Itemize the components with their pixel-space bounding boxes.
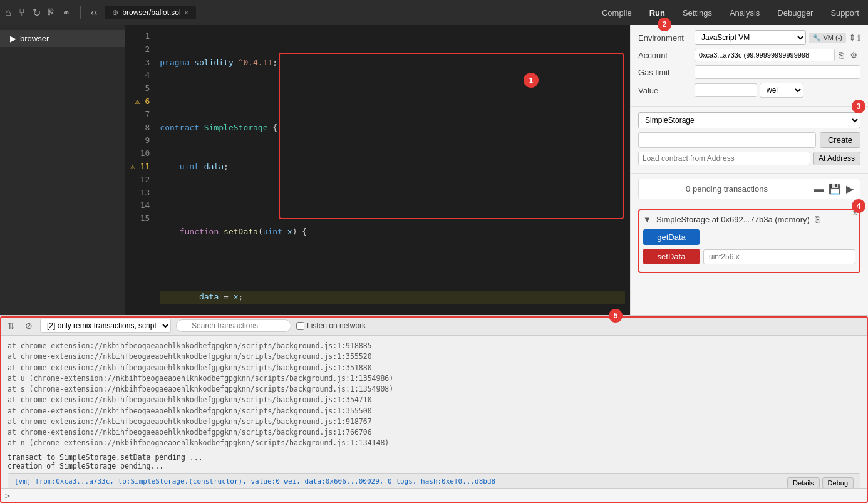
gas-limit-input[interactable]: 3000000	[695, 65, 860, 79]
console-tx-text: [vm] from:0xca3...a733c, to:SimpleStorag…	[14, 477, 787, 485]
copy-account-button[interactable]: ⎘	[836, 49, 846, 61]
console-line-4: at u (chrome-extension://nkbihfbeogaeaoe…	[8, 373, 860, 384]
bottom-area: 5 ⇅ ⊘ [2] only remix transactions, scrip…	[0, 315, 868, 503]
pending-text: 0 pending transactions	[645, 184, 809, 194]
pending-transactions-row: 0 pending transactions ▬ 💾 ▶	[638, 179, 860, 199]
nav-run[interactable]: Run	[646, 7, 669, 19]
contract-section: 3 SimpleStorage Create At Address	[631, 107, 868, 174]
sidebar-item-label: browser	[20, 34, 49, 43]
at-address-button[interactable]: At Address	[813, 152, 860, 165]
tab-label: browser/ballot.sol	[122, 8, 180, 17]
listen-label: Listen on network	[296, 321, 366, 330]
value-row: Value 0 wei gwei ether	[638, 83, 860, 98]
code-line-1: pragma solidity ^0.4.11;	[160, 56, 625, 70]
deployed-chevron-icon[interactable]: ▼	[643, 215, 651, 224]
separator	[80, 6, 81, 19]
contract-select[interactable]: SimpleStorage	[638, 112, 860, 128]
set-data-input[interactable]	[703, 249, 855, 264]
console-prompt: >	[5, 491, 10, 500]
search-input[interactable]	[176, 319, 291, 332]
right-panel: Environment JavaScript VM 🔧 VM (-) ⇕ ℹ A…	[630, 25, 868, 315]
console-line-2: at chrome-extension://nkbihfbeogaeaoehlk…	[8, 351, 860, 362]
account-input[interactable]	[695, 49, 835, 61]
value-input[interactable]: 0	[695, 83, 757, 97]
active-tab[interactable]: ⊕ browser/ballot.sol ×	[105, 6, 195, 19]
value-unit-select[interactable]: wei gwei ether	[760, 83, 803, 98]
get-data-button[interactable]: getData	[643, 229, 700, 245]
tab-bar: ⊕ browser/ballot.sol ×	[105, 6, 591, 19]
tab-close-icon[interactable]: ×	[185, 9, 189, 16]
nav-analysis[interactable]: Analysis	[726, 7, 763, 19]
create-input[interactable]	[638, 132, 816, 148]
pending-text-1: transact to SimpleStorage.setData pendin…	[8, 453, 203, 462]
console-input[interactable]	[14, 492, 863, 500]
console-line-3: at chrome-extension://nkbihfbeogaeaoehlk…	[8, 363, 860, 373]
console-clear-button[interactable]: ⊘	[23, 319, 35, 332]
console-line-8: at chrome-extension://nkbihfbeogaeaoehlk…	[8, 417, 860, 427]
console-tx-buttons: Details Debug	[787, 477, 854, 489]
nav-compile[interactable]: Compile	[598, 7, 636, 19]
account-label: Account	[638, 51, 695, 60]
console-line-10: at n (chrome-extension://nkbihfbeogaeaoe…	[8, 438, 860, 449]
code-content[interactable]: pragma solidity ^0.4.11; contract Simple…	[155, 25, 630, 315]
link-icon[interactable]: ⚭	[62, 7, 70, 19]
up-down-icon[interactable]: ⇕	[849, 33, 856, 43]
console-tx-row: [vm] from:0xca3...a733c, to:SimpleStorag…	[8, 473, 860, 489]
console-line-5: at s (chrome-extension://nkbihfbeogaeaoe…	[8, 384, 860, 395]
load-contract-row: At Address	[638, 152, 860, 165]
code-line-4: uint data;	[160, 160, 625, 174]
home-icon[interactable]: ⌂	[5, 7, 11, 18]
environment-select[interactable]: JavaScript VM	[695, 30, 806, 45]
environment-label: Environment	[638, 33, 695, 43]
details-button[interactable]: Details	[787, 477, 820, 489]
git-icon[interactable]: ⑂	[19, 7, 25, 18]
refresh-icon[interactable]: ↻	[33, 7, 41, 19]
create-button[interactable]: Create	[820, 132, 860, 148]
set-data-button[interactable]: setData	[643, 249, 700, 264]
nav-debugger[interactable]: Debugger	[773, 7, 817, 19]
gas-limit-label: Gas limit	[638, 68, 695, 77]
listen-checkbox[interactable]	[296, 322, 304, 330]
load-contract-input[interactable]	[638, 152, 810, 165]
console-filter-select[interactable]: [2] only remix transactions, script	[40, 319, 171, 333]
code-line-8: data = x;	[160, 291, 625, 304]
line-numbers: 1 2 3 4 5 ⚠ 6 7 8 9 10 ⚠ 11 12 13 14 15	[125, 25, 155, 315]
minimize-pending-button[interactable]: ▬	[814, 184, 824, 195]
toolbar: ⌂ ⑂ ↻ ⎘ ⚭ ‹‹ ⊕ browser/ballot.sol × Comp…	[0, 0, 868, 25]
search-wrapper: 🔍	[176, 319, 291, 332]
deployed-box: ▼ SimpleStorage at 0x692...77b3a (memory…	[638, 209, 860, 273]
close-deployed-button[interactable]: ×	[852, 208, 858, 219]
get-data-row: getData	[643, 229, 855, 245]
value-label: Value	[638, 86, 695, 95]
deployed-section: 4 ▼ SimpleStorage at 0x692...77b3a (memo…	[631, 204, 868, 278]
console-output[interactable]: at chrome-extension://nkbihfbeogaeaoehlk…	[0, 336, 868, 488]
debug-button[interactable]: Debug	[822, 477, 854, 489]
console-line-1: at chrome-extension://nkbihfbeogaeaoehlk…	[8, 341, 860, 351]
nav-support[interactable]: Support	[827, 7, 863, 19]
gas-limit-row: Gas limit 3000000	[638, 65, 860, 79]
info-icon[interactable]: ℹ	[857, 33, 860, 43]
save-pending-button[interactable]: 💾	[829, 183, 841, 195]
console-toggle-button[interactable]: ⇅	[5, 319, 18, 332]
deployed-header: ▼ SimpleStorage at 0x692...77b3a (memory…	[643, 214, 855, 224]
add-tab-icon: ⊕	[112, 8, 118, 17]
editor-content: 1 2 3 4 5 ⚠ 6 7 8 9 10 ⚠ 11 12 13 14 15 …	[125, 25, 630, 315]
play-pending-button[interactable]: ▶	[846, 183, 854, 195]
code-line-6: function setData(uint x) {	[160, 226, 625, 239]
copy-icon[interactable]: ⎘	[48, 7, 54, 18]
console-line-7: at chrome-extension://nkbihfbeogaeaoehlk…	[8, 406, 860, 417]
pending-line-2: creation of SimpleStorage pending...	[8, 462, 860, 470]
vm-badge: 🔧 VM (-)	[809, 33, 846, 43]
sidebar: ▶ browser	[0, 25, 125, 315]
main-area: ▶ browser 1 1 2 3 4 5 ⚠ 6 7 8 9 10 ⚠ 11 …	[0, 25, 868, 315]
environment-row: Environment JavaScript VM 🔧 VM (-) ⇕ ℹ	[638, 30, 860, 45]
copy-deployed-button[interactable]: ⎘	[815, 214, 820, 224]
nav-settings[interactable]: Settings	[679, 7, 716, 19]
sidebar-item-browser[interactable]: ▶ browser	[0, 30, 125, 47]
console-input-row: >	[0, 488, 868, 503]
editor-area[interactable]: 1 1 2 3 4 5 ⚠ 6 7 8 9 10 ⚠ 11 12 13 14 1…	[125, 25, 630, 315]
pending-line-1: transact to SimpleStorage.setData pendin…	[8, 453, 860, 462]
settings-account-button[interactable]: ⚙	[847, 49, 860, 61]
collapse-icon[interactable]: ‹‹	[91, 7, 98, 18]
console-line-6: at chrome-extension://nkbihfbeogaeaoehlk…	[8, 395, 860, 405]
